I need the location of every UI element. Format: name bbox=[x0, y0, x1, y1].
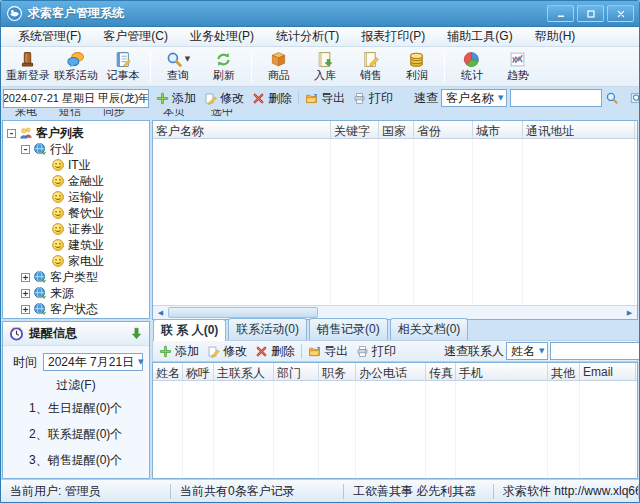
action-button[interactable]: 打印 bbox=[352, 343, 400, 360]
action-button[interactable]: 修改 bbox=[200, 90, 248, 107]
detail-tab[interactable]: 联 系 人(0) bbox=[153, 319, 226, 341]
maximize-button[interactable] bbox=[577, 5, 604, 22]
partial-tab[interactable]: 短信 bbox=[59, 109, 81, 115]
reminder-item[interactable]: 3、销售提醒(0)个 bbox=[3, 447, 149, 473]
column-header[interactable]: 城市 bbox=[473, 121, 523, 138]
table-column-area bbox=[153, 139, 331, 305]
column-header[interactable]: 手机 bbox=[456, 363, 548, 380]
action-button[interactable] bbox=[301, 344, 302, 358]
column-header[interactable]: Email bbox=[580, 363, 636, 380]
toolbar-button[interactable]: 入库 bbox=[302, 48, 348, 86]
toolbar-button[interactable]: 销售 bbox=[348, 48, 394, 86]
collapse-arrow-icon[interactable] bbox=[130, 327, 143, 340]
reminder-item[interactable]: 2、联系提醒(0)个 bbox=[3, 421, 149, 447]
expand-toggle[interactable]: - bbox=[7, 129, 16, 138]
toolbar-button[interactable] bbox=[444, 52, 445, 82]
column-header[interactable]: 称呼 bbox=[183, 363, 214, 380]
column-header[interactable]: 部门 bbox=[274, 363, 319, 380]
tree-node[interactable]: 运输业 bbox=[5, 189, 147, 205]
toolbar-button[interactable]: 利润 bbox=[394, 48, 440, 86]
tree-node[interactable]: + 业务员 bbox=[5, 317, 147, 319]
column-header[interactable]: 其他 bbox=[548, 363, 580, 380]
minimize-button[interactable] bbox=[547, 5, 574, 22]
reminder-item[interactable]: 1、生日提醒(0)个 bbox=[3, 395, 149, 421]
column-header[interactable]: 传真 bbox=[426, 363, 456, 380]
reminder-header: 提醒信息 bbox=[3, 322, 149, 346]
partial-tab[interactable]: 来电 bbox=[15, 109, 37, 115]
toolbar-button[interactable]: 联系活动 bbox=[52, 48, 100, 86]
toolbar-button[interactable]: 刷新 bbox=[201, 48, 247, 86]
action-button[interactable]: 添加 bbox=[155, 343, 203, 360]
column-header[interactable]: 姓名 bbox=[153, 363, 183, 380]
expand-toggle[interactable]: + bbox=[21, 305, 30, 314]
toolbar-button[interactable]: 记事本 bbox=[100, 48, 146, 86]
action-button[interactable]: 导出 bbox=[301, 90, 349, 107]
contact-search-input[interactable] bbox=[550, 342, 640, 360]
action-button[interactable]: 删除 bbox=[248, 90, 296, 107]
toolbar-button[interactable]: 趋势 bbox=[495, 48, 541, 86]
expand-toggle[interactable]: + bbox=[21, 289, 30, 298]
toolbar-button[interactable] bbox=[150, 52, 151, 82]
menu-item[interactable]: 帮助(H) bbox=[524, 26, 587, 47]
action-button[interactable]: 修改 bbox=[203, 343, 251, 360]
tree-node[interactable]: - 客户列表 bbox=[5, 125, 147, 141]
advanced-search-icon[interactable] bbox=[630, 91, 640, 105]
detail-tab[interactable]: 销售记录(0) bbox=[309, 318, 388, 340]
menu-item[interactable]: 辅助工具(G) bbox=[436, 26, 523, 47]
column-header[interactable]: 主联系人 bbox=[214, 363, 274, 380]
menu-item[interactable]: 统计分析(T) bbox=[265, 26, 350, 47]
contact-table-body[interactable] bbox=[153, 381, 637, 478]
column-header[interactable]: 国家 bbox=[379, 121, 414, 138]
menu-item[interactable]: 业务处理(P) bbox=[179, 26, 265, 47]
scrollbar-thumb[interactable] bbox=[168, 307, 318, 318]
column-header[interactable]: 通讯地址 bbox=[523, 121, 635, 138]
tree-node[interactable]: + 客户状态 bbox=[5, 301, 147, 317]
column-header[interactable]: 省份 bbox=[414, 121, 473, 138]
tree-node[interactable]: + 客户类型 bbox=[5, 269, 147, 285]
toolbar-button[interactable]: 商品 bbox=[256, 48, 302, 86]
toolbar-button[interactable]: 统计 bbox=[449, 48, 495, 86]
tree-node[interactable]: 家电业 bbox=[5, 253, 147, 269]
menu-item[interactable]: 报表打印(P) bbox=[350, 26, 436, 47]
tree-node[interactable]: IT业 bbox=[5, 157, 147, 173]
toolbar-button[interactable] bbox=[251, 52, 252, 82]
tree-node[interactable]: 建筑业 bbox=[5, 237, 147, 253]
reminder-date-select[interactable]: 2024年 7月21日 ▼ bbox=[43, 353, 143, 371]
expand-toggle[interactable]: - bbox=[21, 145, 30, 154]
partial-tab[interactable]: 同步 bbox=[103, 109, 125, 115]
partial-tab[interactable]: 本页 bbox=[163, 109, 185, 115]
filter-button[interactable]: 过滤(F) bbox=[3, 377, 149, 394]
action-button[interactable]: 添加 bbox=[152, 90, 200, 107]
scroll-right-arrow[interactable]: ▶ bbox=[622, 306, 637, 319]
column-header[interactable]: 职务 bbox=[319, 363, 356, 380]
action-button[interactable]: 打印 bbox=[349, 90, 397, 107]
detail-tab[interactable]: 联系活动(0) bbox=[228, 318, 307, 340]
action-button[interactable]: 删除 bbox=[251, 343, 299, 360]
search-field-select[interactable]: 客户名称 ▼ bbox=[441, 89, 507, 107]
detail-tab[interactable]: 相关文档(0) bbox=[390, 318, 469, 340]
column-header[interactable]: 办公电话 bbox=[356, 363, 426, 380]
close-button[interactable] bbox=[607, 5, 634, 22]
tree-node[interactable]: 金融业 bbox=[5, 173, 147, 189]
date-display[interactable]: 2024-07-21 星期日 甲辰(龙)年 bbox=[3, 89, 149, 108]
column-header[interactable]: 关键字 bbox=[331, 121, 379, 138]
action-button[interactable] bbox=[298, 91, 299, 105]
contact-search-field-select[interactable]: 姓名 ▼ bbox=[506, 342, 548, 360]
tree-node[interactable]: 证券业 bbox=[5, 221, 147, 237]
expand-toggle[interactable]: + bbox=[21, 273, 30, 282]
toolbar-button[interactable]: 重新登录 bbox=[4, 48, 52, 86]
tree-node[interactable]: + 来源 bbox=[5, 285, 147, 301]
tree-node[interactable]: - 行业 bbox=[5, 141, 147, 157]
search-icon[interactable] bbox=[605, 91, 619, 105]
customer-search-input[interactable] bbox=[510, 89, 602, 107]
scroll-left-arrow[interactable]: ◀ bbox=[153, 306, 168, 319]
toolbar-button-icon bbox=[166, 51, 183, 68]
partial-tab[interactable]: 选中 bbox=[211, 109, 233, 115]
customer-table-body[interactable] bbox=[153, 139, 637, 305]
toolbar-button[interactable]: ▼ 查询 bbox=[155, 48, 201, 86]
column-header[interactable]: 客户名称 bbox=[153, 121, 331, 138]
action-button[interactable]: 导出 bbox=[304, 343, 352, 360]
menu-item[interactable]: 客户管理(C) bbox=[92, 26, 179, 47]
menu-item[interactable]: 系统管理(F) bbox=[7, 26, 92, 47]
tree-node[interactable]: 餐饮业 bbox=[5, 205, 147, 221]
